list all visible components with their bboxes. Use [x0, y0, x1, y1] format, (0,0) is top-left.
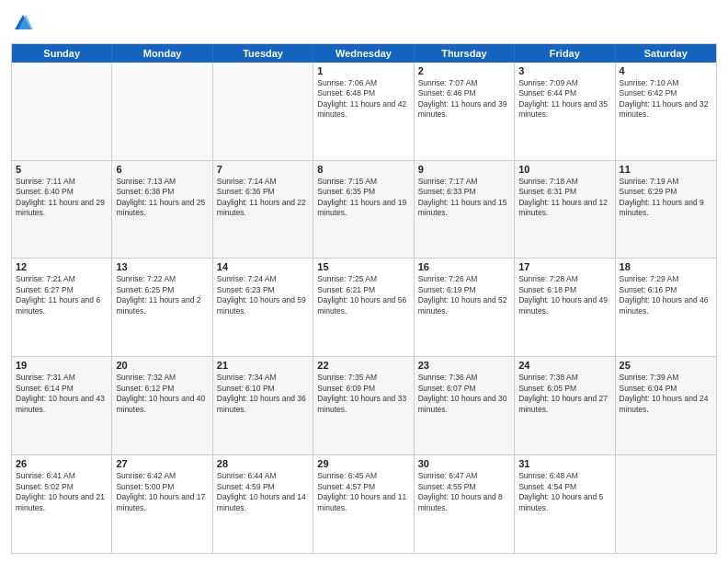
day-number: 23	[418, 360, 510, 371]
day-cell-28: 28Sunrise: 6:44 AM Sunset: 4:59 PM Dayli…	[213, 455, 313, 553]
day-info: Sunrise: 7:35 AM Sunset: 6:09 PM Dayligh…	[317, 373, 409, 415]
day-info: Sunrise: 7:29 AM Sunset: 6:16 PM Dayligh…	[620, 274, 712, 316]
day-cell-13: 13Sunrise: 7:22 AM Sunset: 6:25 PM Dayli…	[112, 259, 212, 356]
day-cell-9: 9Sunrise: 7:17 AM Sunset: 6:33 PM Daylig…	[415, 161, 515, 259]
day-number: 29	[317, 458, 409, 469]
header-day-thursday: Thursday	[415, 44, 515, 63]
day-number: 19	[16, 360, 108, 371]
day-number: 14	[217, 261, 309, 272]
day-cell-18: 18Sunrise: 7:29 AM Sunset: 6:16 PM Dayli…	[616, 259, 716, 356]
day-cell-22: 22Sunrise: 7:35 AM Sunset: 6:09 PM Dayli…	[313, 357, 414, 454]
day-cell-16: 16Sunrise: 7:26 AM Sunset: 6:19 PM Dayli…	[415, 259, 515, 356]
day-info: Sunrise: 7:31 AM Sunset: 6:14 PM Dayligh…	[16, 373, 108, 415]
day-cell-17: 17Sunrise: 7:28 AM Sunset: 6:18 PM Dayli…	[515, 259, 615, 356]
day-number: 27	[116, 458, 208, 469]
day-number: 21	[217, 360, 309, 371]
logo	[11, 13, 33, 38]
day-cell-6: 6Sunrise: 7:13 AM Sunset: 6:38 PM Daylig…	[112, 161, 212, 259]
page: SundayMondayTuesdayWednesdayThursdayFrid…	[0, 0, 728, 563]
day-info: Sunrise: 6:45 AM Sunset: 4:57 PM Dayligh…	[317, 471, 409, 513]
day-cell-27: 27Sunrise: 6:42 AM Sunset: 5:00 PM Dayli…	[112, 455, 212, 553]
day-info: Sunrise: 7:24 AM Sunset: 6:23 PM Dayligh…	[217, 274, 309, 316]
day-number: 4	[620, 65, 712, 76]
day-cell-1: 1Sunrise: 7:06 AM Sunset: 6:48 PM Daylig…	[313, 63, 414, 160]
day-number: 22	[317, 360, 409, 371]
day-cell-19: 19Sunrise: 7:31 AM Sunset: 6:14 PM Dayli…	[12, 357, 112, 454]
day-cell-12: 12Sunrise: 7:21 AM Sunset: 6:27 PM Dayli…	[12, 259, 112, 356]
header-day-sunday: Sunday	[12, 44, 112, 63]
day-cell-2: 2Sunrise: 7:07 AM Sunset: 6:46 PM Daylig…	[415, 63, 515, 160]
day-number: 3	[518, 65, 610, 76]
day-info: Sunrise: 7:21 AM Sunset: 6:27 PM Dayligh…	[16, 274, 108, 316]
day-number: 20	[116, 360, 208, 371]
day-info: Sunrise: 6:42 AM Sunset: 5:00 PM Dayligh…	[116, 471, 208, 513]
day-cell-30: 30Sunrise: 6:47 AM Sunset: 4:55 PM Dayli…	[415, 455, 515, 553]
header-day-friday: Friday	[515, 44, 615, 63]
calendar-row-4: 26Sunrise: 6:41 AM Sunset: 5:02 PM Dayli…	[12, 455, 716, 553]
day-cell-24: 24Sunrise: 7:38 AM Sunset: 6:05 PM Dayli…	[515, 357, 615, 454]
day-info: Sunrise: 7:22 AM Sunset: 6:25 PM Dayligh…	[116, 274, 208, 316]
day-cell-26: 26Sunrise: 6:41 AM Sunset: 5:02 PM Dayli…	[12, 455, 112, 553]
calendar-row-1: 5Sunrise: 7:11 AM Sunset: 6:40 PM Daylig…	[12, 161, 716, 259]
day-number: 28	[217, 458, 309, 469]
day-info: Sunrise: 7:14 AM Sunset: 6:36 PM Dayligh…	[217, 177, 309, 219]
day-cell-3: 3Sunrise: 7:09 AM Sunset: 6:44 PM Daylig…	[515, 63, 615, 160]
empty-cell	[112, 63, 212, 160]
header-day-tuesday: Tuesday	[213, 44, 313, 63]
day-cell-4: 4Sunrise: 7:10 AM Sunset: 6:42 PM Daylig…	[616, 63, 716, 160]
calendar-body: 1Sunrise: 7:06 AM Sunset: 6:48 PM Daylig…	[12, 63, 716, 553]
day-cell-11: 11Sunrise: 7:19 AM Sunset: 6:29 PM Dayli…	[616, 161, 716, 259]
calendar-header: SundayMondayTuesdayWednesdayThursdayFrid…	[12, 44, 716, 63]
day-cell-20: 20Sunrise: 7:32 AM Sunset: 6:12 PM Dayli…	[112, 357, 212, 454]
day-info: Sunrise: 7:39 AM Sunset: 6:04 PM Dayligh…	[620, 373, 712, 415]
day-number: 25	[620, 360, 712, 371]
day-info: Sunrise: 6:48 AM Sunset: 4:54 PM Dayligh…	[518, 471, 610, 513]
day-info: Sunrise: 6:41 AM Sunset: 5:02 PM Dayligh…	[16, 471, 108, 513]
day-cell-5: 5Sunrise: 7:11 AM Sunset: 6:40 PM Daylig…	[12, 161, 112, 259]
day-cell-10: 10Sunrise: 7:18 AM Sunset: 6:31 PM Dayli…	[515, 161, 615, 259]
day-number: 5	[16, 164, 108, 175]
day-info: Sunrise: 7:09 AM Sunset: 6:44 PM Dayligh…	[518, 78, 610, 121]
day-number: 31	[518, 458, 610, 469]
day-number: 12	[16, 261, 108, 272]
day-cell-7: 7Sunrise: 7:14 AM Sunset: 6:36 PM Daylig…	[213, 161, 313, 259]
day-info: Sunrise: 7:32 AM Sunset: 6:12 PM Dayligh…	[116, 373, 208, 415]
day-info: Sunrise: 7:26 AM Sunset: 6:19 PM Dayligh…	[418, 274, 510, 316]
day-number: 11	[620, 164, 712, 175]
day-number: 6	[116, 164, 208, 175]
day-info: Sunrise: 7:19 AM Sunset: 6:29 PM Dayligh…	[620, 177, 712, 219]
day-info: Sunrise: 7:11 AM Sunset: 6:40 PM Dayligh…	[16, 177, 108, 219]
day-info: Sunrise: 7:10 AM Sunset: 6:42 PM Dayligh…	[620, 78, 712, 121]
day-number: 24	[518, 360, 610, 371]
day-cell-31: 31Sunrise: 6:48 AM Sunset: 4:54 PM Dayli…	[515, 455, 615, 553]
day-number: 15	[317, 261, 409, 272]
logo-icon	[13, 13, 33, 33]
day-number: 18	[620, 261, 712, 272]
day-number: 10	[518, 164, 610, 175]
day-info: Sunrise: 7:34 AM Sunset: 6:10 PM Dayligh…	[217, 373, 309, 415]
day-number: 30	[418, 458, 510, 469]
day-info: Sunrise: 7:38 AM Sunset: 6:05 PM Dayligh…	[518, 373, 610, 415]
day-info: Sunrise: 7:17 AM Sunset: 6:33 PM Dayligh…	[418, 177, 510, 219]
day-info: Sunrise: 7:36 AM Sunset: 6:07 PM Dayligh…	[418, 373, 510, 415]
day-number: 16	[418, 261, 510, 272]
day-number: 2	[418, 65, 510, 76]
day-info: Sunrise: 6:44 AM Sunset: 4:59 PM Dayligh…	[217, 471, 309, 513]
day-cell-25: 25Sunrise: 7:39 AM Sunset: 6:04 PM Dayli…	[616, 357, 716, 454]
day-info: Sunrise: 6:47 AM Sunset: 4:55 PM Dayligh…	[418, 471, 510, 513]
header-day-monday: Monday	[112, 44, 212, 63]
day-number: 8	[317, 164, 409, 175]
empty-cell	[616, 455, 716, 553]
day-number: 7	[217, 164, 309, 175]
day-cell-21: 21Sunrise: 7:34 AM Sunset: 6:10 PM Dayli…	[213, 357, 313, 454]
day-info: Sunrise: 7:13 AM Sunset: 6:38 PM Dayligh…	[116, 177, 208, 219]
day-info: Sunrise: 7:28 AM Sunset: 6:18 PM Dayligh…	[518, 274, 610, 316]
header-day-wednesday: Wednesday	[313, 44, 414, 63]
day-info: Sunrise: 7:25 AM Sunset: 6:21 PM Dayligh…	[317, 274, 409, 316]
day-number: 13	[116, 261, 208, 272]
day-number: 26	[16, 458, 108, 469]
calendar: SundayMondayTuesdayWednesdayThursdayFrid…	[11, 43, 717, 554]
day-info: Sunrise: 7:15 AM Sunset: 6:35 PM Dayligh…	[317, 177, 409, 219]
day-number: 17	[518, 261, 610, 272]
empty-cell	[213, 63, 313, 160]
